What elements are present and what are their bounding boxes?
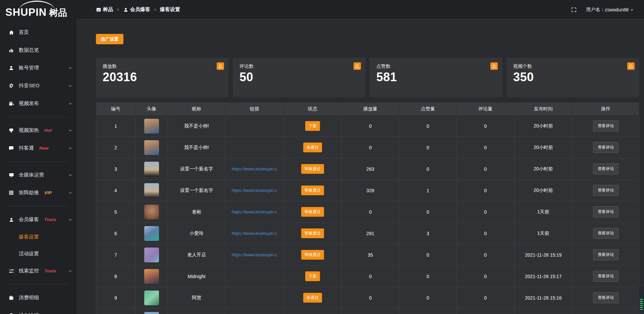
profile-link[interactable]: https://www.iesdouyin.c — [225, 231, 283, 236]
column-header-8: 发布时间 — [514, 103, 572, 115]
cell-plays: 281 — [341, 223, 399, 244]
cell-plays: 0 — [341, 137, 399, 158]
profile-link[interactable]: https://www.iesdouyin.c — [225, 209, 283, 214]
sidebar-item-matrix-boost[interactable]: 矩阵助推 VIP — [0, 184, 76, 202]
cell-nickname: 老人开店 — [168, 244, 225, 266]
cell-id: 7 — [96, 244, 136, 266]
cell-action: 查看评论 — [572, 137, 639, 158]
username-value: zswodun88 — [605, 7, 629, 12]
status-badge: 审核通过 — [301, 164, 324, 174]
sidebar-item-label: 视频加热 — [19, 127, 39, 134]
sidebar-item-video-publish[interactable]: 视频发布 — [0, 95, 76, 112]
status-badge: 审核通过 — [301, 228, 324, 238]
gear-icon — [8, 83, 14, 88]
sidebar-item-video-heat[interactable]: 视频加热 Hot — [0, 121, 76, 139]
cell-id: 5 — [96, 201, 136, 223]
cell-plays: 0 — [341, 201, 399, 223]
cell-likes: 0 — [399, 244, 457, 266]
sidebar-item-clue-monitor[interactable]: 线索监控 Tools — [0, 262, 76, 280]
view-comments-button[interactable]: 查看评论 — [593, 120, 619, 132]
fullscreen-icon[interactable] — [571, 7, 577, 12]
chat-icon — [8, 146, 14, 151]
sidebar-item-label: 操作说明 — [19, 312, 39, 314]
breadcrumb-item-1[interactable]: 会员爆客 — [123, 6, 150, 13]
cell-comments: 0 — [457, 244, 514, 266]
cell-nickname: 老彬 — [168, 201, 225, 223]
stat-total-badge: 总 — [627, 62, 635, 70]
view-comments-button[interactable]: 查看评论 — [593, 142, 619, 153]
view-comments-button[interactable]: 查看评论 — [593, 206, 619, 217]
sidebar-item-douyin-seo[interactable]: 抖音SEO — [0, 77, 76, 95]
cell-avatar — [135, 244, 168, 266]
view-comments-button[interactable]: 查看评论 — [593, 292, 619, 303]
status-badge: 审核通过 — [301, 186, 324, 195]
chevron-down-icon — [68, 173, 72, 177]
cell-comments: 0 — [457, 180, 514, 201]
cell-time: 1天前 — [514, 223, 572, 244]
monitor-icon — [8, 172, 14, 178]
cell-nickname: Midnight — [168, 266, 225, 287]
cell-avatar — [135, 223, 168, 244]
sidebar-subitem-activity-settings[interactable]: 活动设置 — [0, 245, 76, 262]
sidebar-item-douketong[interactable]: 抖客通 New — [0, 139, 76, 157]
cell-likes: 0 — [399, 158, 457, 180]
sidebar-item-data-overview[interactable]: 数据总览 — [0, 41, 76, 59]
view-comments-button[interactable]: 查看评论 — [593, 185, 619, 196]
sidebar-item-badge: VIP — [44, 190, 52, 195]
cell-action: 查看评论 — [572, 115, 639, 137]
view-comments-button[interactable]: 查看评论 — [593, 271, 619, 282]
breadcrumb-item-0[interactable]: 树品 — [96, 6, 113, 13]
avatar — [144, 291, 159, 305]
profile-link[interactable]: https://www.iesdouyin.c — [225, 252, 283, 257]
stat-value: 350 — [513, 70, 633, 84]
cell-action: 查看评论 — [572, 201, 639, 223]
window-icon — [96, 7, 101, 12]
sidebar-item-label: 线索监控 — [19, 268, 39, 274]
cell-likes: 0 — [399, 266, 457, 287]
table-row: 9 阿慧 未通过 0 0 0 2021-11-28 15:16 查看评论 — [96, 287, 639, 309]
sidebar-item-label: 首页 — [19, 29, 29, 36]
sidebar-item-label: 矩阵助推 — [19, 190, 39, 196]
stat-total-badge: 总 — [490, 62, 498, 70]
sidebar-item-badge: Tools — [44, 217, 56, 222]
cell-id: 2 — [96, 137, 136, 158]
cell-time: 20小时前 — [514, 137, 572, 158]
sidebar-item-label: 会员爆客 — [19, 216, 39, 223]
table-row-partial — [96, 309, 639, 314]
cell-id: 8 — [96, 266, 136, 287]
view-comments-button[interactable]: 查看评论 — [593, 228, 619, 239]
breadcrumb-separator: > — [117, 7, 119, 12]
cell-status: 审核通过 — [283, 158, 341, 180]
person-icon — [8, 217, 14, 222]
stat-card-3: 视频个数 350 总 — [506, 58, 639, 97]
sidebar-item-member-baoke[interactable]: 会员爆客 Tools — [0, 211, 76, 228]
sidebar-item-operation-guide[interactable]: ? 操作说明 — [0, 307, 76, 314]
floating-widget[interactable] — [639, 285, 644, 313]
cell-status: 下架 — [283, 115, 341, 137]
view-comments-button[interactable]: 查看评论 — [593, 163, 619, 174]
cell-comments: 0 — [457, 266, 514, 287]
table-body: 1 我不是小帅! 下架 0 0 0 20小时前 查看评论 2 我不是小帅! 未通… — [96, 115, 639, 314]
sidebar-item-consume-details[interactable]: 消费明细 — [0, 289, 76, 307]
avatar — [144, 140, 159, 155]
stat-label: 播放数 — [103, 63, 222, 69]
cell-plays: 0 — [341, 287, 399, 309]
cell-comments: 0 — [457, 137, 514, 158]
sidebar-subitem-baoke-settings[interactable]: 爆客设置 — [0, 228, 76, 245]
stat-label: 点赞数 — [376, 63, 496, 69]
sidebar-item-omni-media[interactable]: 全媒体运营 — [0, 166, 76, 184]
cell-id: 3 — [96, 158, 136, 180]
cell-plays: 35 — [341, 244, 399, 266]
view-comments-button[interactable]: 查看评论 — [593, 249, 619, 260]
profile-link[interactable]: https://www.iesdouyin.c — [225, 188, 283, 193]
logo-arc — [19, 1, 55, 11]
sidebar-item-home[interactable]: 首页 — [0, 23, 76, 41]
promo-settings-button[interactable]: 推广设置 — [96, 34, 123, 44]
cell-link: https://www.iesdouyin.c — [225, 223, 283, 244]
breadcrumb-item-2[interactable]: 爆客设置 — [160, 6, 180, 13]
user-menu[interactable]: 用户名： zswodun88 — [586, 7, 634, 13]
profile-link[interactable]: https://www.iesdouyin.c — [225, 166, 283, 171]
sidebar-item-account-management[interactable]: 账号管理 — [0, 59, 76, 77]
stat-total-badge: 总 — [354, 62, 361, 70]
status-badge: 未通过 — [303, 143, 322, 152]
